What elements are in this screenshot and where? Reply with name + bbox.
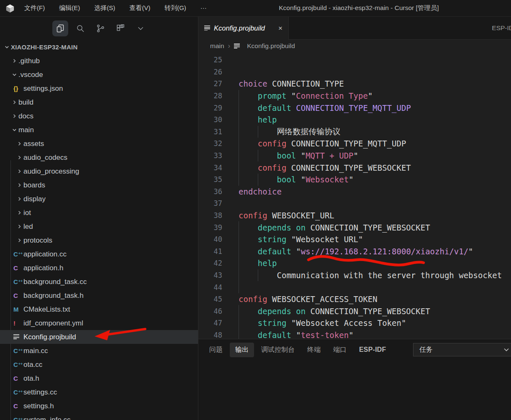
code-line-38[interactable]: 38config WEBSOCKET_URL bbox=[198, 210, 511, 222]
code-line-32[interactable]: 32 config CONNECTION_TYPE_MQTT_UDP bbox=[198, 138, 511, 150]
code-line-31[interactable]: 31 网络数据传输协议 bbox=[198, 126, 511, 138]
search-icon[interactable] bbox=[72, 20, 88, 36]
code-line-27[interactable]: 27choice CONNECTION_TYPE bbox=[198, 78, 511, 90]
task-dropdown[interactable]: 任务 bbox=[413, 343, 511, 356]
chevron-right-icon bbox=[15, 195, 23, 203]
code-editor[interactable]: 252627choice CONNECTION_TYPE28 prompt "C… bbox=[198, 52, 511, 339]
indent-guide bbox=[239, 90, 239, 102]
tree-item-cmakelists-txt[interactable]: MCMakeLists.txt bbox=[0, 302, 198, 316]
tree-item-label: background_task.cc bbox=[23, 278, 87, 286]
code-line-40[interactable]: 40 string "Websocket URL" bbox=[198, 233, 511, 246]
line-number: 42 bbox=[198, 259, 222, 267]
yml-file-icon: ! bbox=[13, 320, 23, 327]
tree-item-display[interactable]: display bbox=[0, 192, 198, 206]
indent-guide bbox=[239, 138, 239, 150]
tree-item-led[interactable]: led bbox=[0, 220, 198, 233]
tree-item-ota-h[interactable]: Cota.h bbox=[0, 371, 198, 385]
menu-selection[interactable]: 选择(S) bbox=[94, 4, 115, 12]
panel-tab-terminal[interactable]: 终端 bbox=[307, 346, 321, 354]
explorer-icon[interactable] bbox=[52, 20, 68, 36]
tree-item-audio-codecs[interactable]: audio_codecs bbox=[0, 151, 198, 164]
extensions-icon[interactable] bbox=[113, 20, 128, 36]
menu-view[interactable]: 查看(V) bbox=[129, 4, 150, 12]
tree-item-settings-h[interactable]: Csettings.h bbox=[0, 399, 198, 413]
tab-kconfig-projbuild[interactable]: Kconfig.projbuild × bbox=[198, 17, 289, 40]
indent-guide bbox=[239, 161, 239, 174]
code-line-42[interactable]: 42 help bbox=[198, 257, 511, 269]
code-text: bool "Websocket" bbox=[222, 175, 354, 184]
breadcrumb-file[interactable]: Kconfig.projbuild bbox=[247, 42, 295, 50]
line-number: 29 bbox=[198, 104, 222, 112]
tree-item-build[interactable]: build bbox=[0, 95, 198, 109]
code-line-28[interactable]: 28 prompt "Connection Type" bbox=[198, 90, 511, 102]
panel-tab-debug-console[interactable]: 调试控制台 bbox=[261, 346, 295, 354]
tree-item-label: system_info.cc bbox=[23, 416, 70, 420]
code-line-37[interactable]: 37 bbox=[198, 197, 511, 210]
code-line-36[interactable]: 36endchoice bbox=[198, 186, 511, 198]
code-line-41[interactable]: 41 default "ws://192.168.2.121:8000/xiao… bbox=[198, 246, 511, 258]
panel-tab-ports[interactable]: 端口 bbox=[333, 346, 347, 354]
tree-item-kconfig-projbuild[interactable]: Kconfig.projbuild bbox=[0, 330, 198, 344]
tree-item-label: CMakeLists.txt bbox=[23, 305, 70, 314]
code-line-47[interactable]: 47 string "Websocket Access Token" bbox=[198, 317, 511, 329]
tree-item-protocols[interactable]: protocols bbox=[0, 233, 198, 247]
code-line-25[interactable]: 25 bbox=[198, 54, 511, 66]
code-line-39[interactable]: 39 depends on CONNECTION_TYPE_WEBSOCKET bbox=[198, 221, 511, 233]
code-line-33[interactable]: 33 bool "MQTT + UDP" bbox=[198, 150, 511, 162]
code-line-26[interactable]: 26 bbox=[198, 66, 511, 78]
code-text: prompt "Connection Type" bbox=[222, 91, 372, 100]
tree-item-main-cc[interactable]: C++main.cc bbox=[0, 344, 198, 358]
close-icon[interactable]: × bbox=[277, 23, 284, 33]
code-line-30[interactable]: 30 help bbox=[198, 114, 511, 126]
menu-more[interactable]: ··· bbox=[200, 4, 207, 12]
code-text: config CONNECTION_TYPE_WEBSOCKET bbox=[222, 163, 411, 172]
cpp-file-icon: C++ bbox=[13, 361, 23, 368]
tree-item-application-cc[interactable]: C++application.cc bbox=[0, 247, 198, 261]
tree-item-boards[interactable]: boards bbox=[0, 178, 198, 192]
tree-item-main[interactable]: main bbox=[0, 123, 198, 137]
line-number: 26 bbox=[198, 68, 222, 76]
panel-tab-output[interactable]: 输出 bbox=[230, 343, 254, 357]
code-text: default CONNECTION_TYPE_MQTT_UDP bbox=[222, 103, 411, 113]
title-bar: 文件(F)编辑(E)选择(S)查看(V)转到(G)··· Kconfig.pro… bbox=[0, 0, 511, 17]
panel-tab-esp-idf[interactable]: ESP-IDF bbox=[359, 346, 386, 353]
panel-tab-problems[interactable]: 问题 bbox=[209, 346, 223, 354]
tree-item-system-info-cc[interactable]: C++system_info.cc bbox=[0, 413, 198, 420]
indent-guide bbox=[239, 114, 239, 126]
tree-item-idf-component-yml[interactable]: !idf_component.yml bbox=[0, 316, 198, 330]
chevron-down-icon[interactable] bbox=[133, 20, 149, 36]
code-line-29[interactable]: 29 default CONNECTION_TYPE_MQTT_UDP bbox=[198, 102, 511, 114]
tree-item-settings-json[interactable]: {}settings.json bbox=[0, 82, 198, 95]
code-line-46[interactable]: 46 depends on CONNECTION_TYPE_WEBSOCKET bbox=[198, 305, 511, 317]
tree-item-vscode[interactable]: .vscode bbox=[0, 68, 198, 82]
tree-item-background-task-cc[interactable]: C++background_task.cc bbox=[0, 275, 198, 289]
tree-item-audio-processing[interactable]: audio_processing bbox=[0, 164, 198, 178]
code-line-48[interactable]: 48 default "test-token" bbox=[198, 329, 511, 339]
code-line-45[interactable]: 45config WEBSOCKET_ACCESS_TOKEN bbox=[198, 293, 511, 305]
tree-item-ota-cc[interactable]: C++ota.cc bbox=[0, 358, 198, 371]
source-control-icon[interactable] bbox=[92, 20, 108, 36]
tree-item-background-task-h[interactable]: Cbackground_task.h bbox=[0, 289, 198, 302]
tree-item-application-h[interactable]: Capplication.h bbox=[0, 261, 198, 275]
tree-item-github[interactable]: .github bbox=[0, 54, 198, 68]
menu-edit[interactable]: 编辑(E) bbox=[59, 4, 80, 12]
tree-item-assets[interactable]: assets bbox=[0, 137, 198, 151]
tree-root[interactable]: XIAOZHI-ESP32-MAIN bbox=[0, 40, 198, 54]
tree-item-label: background_task.h bbox=[23, 292, 84, 300]
menu-go[interactable]: 转到(G) bbox=[164, 4, 186, 12]
tree-item-iot[interactable]: iot bbox=[0, 206, 198, 220]
tree-item-settings-cc[interactable]: C++settings.cc bbox=[0, 385, 198, 399]
indent-guide bbox=[239, 174, 239, 186]
code-line-43[interactable]: 43 Communication with the server through… bbox=[198, 269, 511, 282]
code-line-34[interactable]: 34 config CONNECTION_TYPE_WEBSOCKET bbox=[198, 161, 511, 174]
indent-guide bbox=[258, 174, 258, 186]
code-line-35[interactable]: 35 bool "Websocket" bbox=[198, 174, 511, 186]
window-title: Kconfig.projbuild - xiaozhi-esp32-main -… bbox=[207, 4, 511, 13]
breadcrumb-folder[interactable]: main bbox=[210, 42, 224, 50]
code-line-44[interactable]: 44 bbox=[198, 281, 511, 293]
h-file-icon: C bbox=[13, 292, 23, 299]
menu-file[interactable]: 文件(F) bbox=[24, 4, 45, 12]
line-number: 47 bbox=[198, 319, 222, 327]
tree-item-docs[interactable]: docs bbox=[0, 109, 198, 123]
esp-idf-label[interactable]: ESP-ID bbox=[492, 24, 511, 32]
